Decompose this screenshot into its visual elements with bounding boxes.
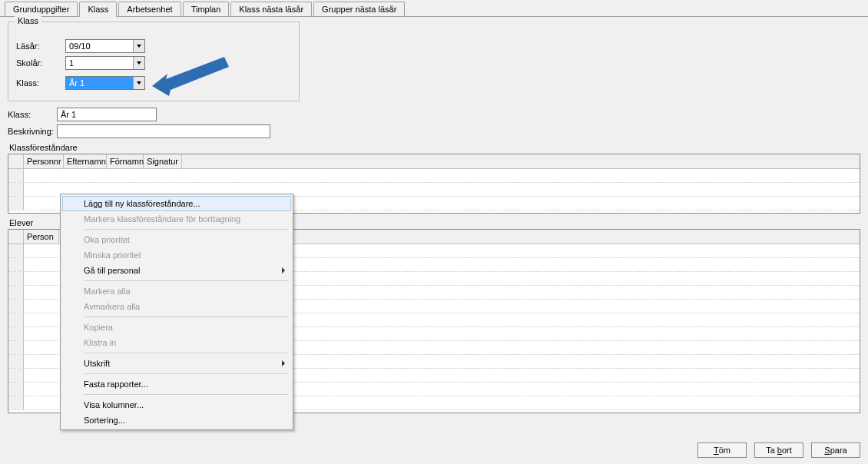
klass-groupbox: Klass Läsår: 09/10 Skolår: 1 Klass: År 1 [8, 22, 300, 101]
klass-combo-label: Klass: [16, 78, 65, 88]
spara-button[interactable]: Spara [811, 442, 860, 458]
tab-grunduppgifter[interactable]: Grunduppgifter [5, 2, 78, 16]
tab-bar: Grunduppgifter Klass Arbetsenhet Timplan… [0, 0, 868, 17]
col-personnr[interactable]: Personnr [24, 154, 64, 168]
beskrivning-field[interactable] [57, 124, 270, 138]
skolar-combo[interactable]: 1 [65, 56, 145, 70]
chevron-down-icon[interactable] [133, 77, 144, 89]
menu-separator [84, 317, 288, 317]
menu-select-all[interactable]: Markera alla [62, 283, 291, 299]
menu-increase-priority[interactable]: Öka prioritet [62, 232, 291, 247]
klassforestandare-label: Klassföreståndare [9, 143, 860, 152]
tab-timplan[interactable]: Timplan [183, 2, 230, 16]
col-signatur[interactable]: Signatur [144, 154, 182, 168]
menu-copy[interactable]: Kopiera [62, 320, 291, 335]
klass-field-label: Klass: [8, 110, 57, 119]
menu-separator [84, 229, 288, 230]
menu-sortering[interactable]: Sortering... [62, 413, 291, 428]
submenu-arrow-icon [282, 267, 285, 273]
menu-goto-personal-label: Gå till personal [84, 266, 140, 275]
beskrivning-label: Beskrivning: [8, 127, 57, 136]
menu-print[interactable]: Utskrift [62, 356, 291, 371]
tab-klass-nasta[interactable]: Klass nästa läsår [230, 2, 312, 16]
menu-fasta-rapporter[interactable]: Fasta rapporter... [62, 376, 291, 392]
submenu-arrow-icon [282, 360, 285, 366]
context-menu: Lägg till ny klassföreståndare... Marker… [60, 194, 293, 430]
menu-mark-remove[interactable]: Markera klassföreståndare för borttagnin… [62, 211, 291, 227]
chevron-down-icon[interactable] [133, 57, 144, 69]
menu-add-klassforestandare[interactable]: Lägg till ny klassföreståndare... [62, 196, 291, 211]
tom-button[interactable]: Töm [697, 442, 747, 458]
col-efternamn[interactable]: Efternamn [64, 154, 107, 168]
tab-arbetsenhet[interactable]: Arbetsenhet [118, 2, 181, 16]
row-header-corner [8, 154, 24, 168]
groupbox-title: Klass [15, 16, 41, 25]
menu-deselect-all[interactable]: Avmarkera alla [62, 299, 291, 314]
tab-klass[interactable]: Klass [79, 2, 117, 17]
button-bar: Töm Ta bort Spara [697, 442, 860, 458]
lasar-combo[interactable]: 09/10 [65, 39, 145, 53]
lasar-label: Läsår: [16, 41, 65, 51]
menu-goto-personal[interactable]: Gå till personal [62, 263, 291, 278]
menu-separator [84, 373, 288, 374]
menu-visa-kolumner[interactable]: Visa kolumner... [62, 397, 291, 413]
klass-field[interactable] [57, 108, 157, 121]
menu-separator [84, 353, 288, 353]
tabort-button[interactable]: Ta bort [754, 442, 803, 458]
menu-print-label: Utskrift [84, 359, 110, 368]
tom-rest: öm [719, 446, 731, 455]
table-row[interactable] [8, 169, 860, 183]
chevron-down-icon[interactable] [133, 40, 144, 52]
skolar-label: Skolår: [16, 58, 65, 68]
klass-combo-value: År 1 [66, 77, 133, 89]
menu-separator [84, 394, 288, 395]
tab-grupper-nasta[interactable]: Grupper nästa läsår [313, 2, 405, 16]
menu-decrease-priority[interactable]: Minska prioritet [62, 247, 291, 263]
menu-separator [84, 280, 288, 281]
col-person[interactable]: Person [24, 230, 59, 244]
row-header-corner [8, 230, 24, 244]
menu-paste[interactable]: Klistra in [62, 335, 291, 350]
col-fornamn[interactable]: Förnamn [107, 154, 144, 168]
skolar-value: 1 [66, 57, 133, 69]
lasar-value: 09/10 [66, 40, 133, 52]
klass-combo[interactable]: År 1 [65, 76, 145, 90]
